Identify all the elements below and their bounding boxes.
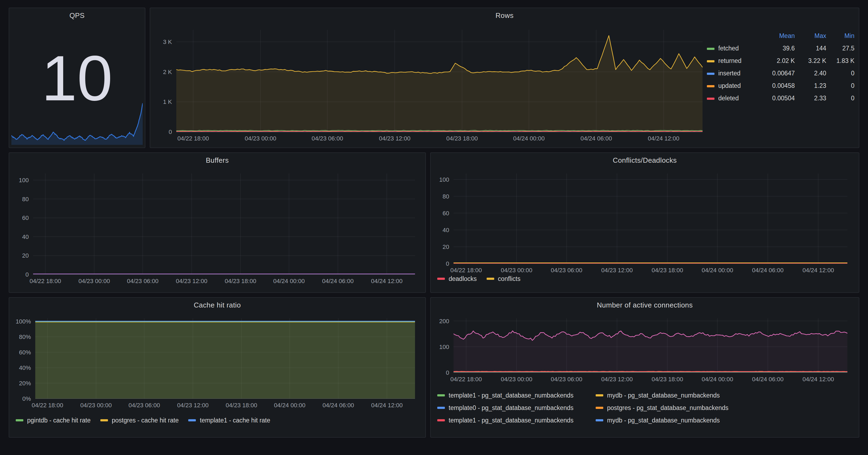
legend-item-mydb-numbackends[interactable]: mydb - pg_stat_database_numbackends xyxy=(596,392,728,398)
panel-cache-hit-ratio: Cache hit ratio 04/22 18:0004/23 00:0004… xyxy=(9,297,426,437)
svg-text:04/23 00:00: 04/23 00:00 xyxy=(79,278,110,285)
series-name: returned xyxy=(718,55,742,67)
legend-item-postgres-cache[interactable]: postgres - cache hit rate xyxy=(100,417,179,424)
svg-text:04/24 12:00: 04/24 12:00 xyxy=(371,278,403,285)
legend-item-postgres-numbackends[interactable]: postgres - pg_stat_database_numbackends xyxy=(596,404,728,411)
updated-min: 0 xyxy=(826,80,855,92)
grafana-dashboard: QPS 10 Rows 04/22 18:0004/23 00:0004/23 … xyxy=(0,0,868,455)
svg-text:20: 20 xyxy=(22,252,29,259)
fetched-max: 144 xyxy=(795,42,826,55)
series-name: mydb - pg_stat_database_numbackends xyxy=(607,417,720,423)
series-name: updated xyxy=(718,80,741,92)
panel-title-buffers[interactable]: Buffers xyxy=(9,156,425,164)
cache-hit-ratio-chart[interactable]: 04/22 18:0004/23 00:0004/23 06:0004/23 1… xyxy=(13,316,421,413)
panel-conflicts-deadlocks: Conflicts/Deadlocks 04/22 18:0004/23 00:… xyxy=(430,152,859,293)
returned-mean: 2.02 K xyxy=(761,55,795,67)
series-name: fetched xyxy=(718,42,739,55)
svg-text:04/22 18:00: 04/22 18:00 xyxy=(32,402,63,409)
svg-text:04/24 06:00: 04/24 06:00 xyxy=(322,278,353,285)
legend-item-pgintdb-cache[interactable]: pgintdb - cache hit rate xyxy=(16,417,91,424)
connections-chart[interactable]: 04/22 18:0004/23 00:0004/23 06:0004/23 1… xyxy=(435,316,854,387)
legend-item-deleted[interactable]: deleted xyxy=(707,92,761,105)
series-name: pgintdb - cache hit rate xyxy=(27,417,91,424)
svg-text:0: 0 xyxy=(169,129,172,135)
legend-header-min[interactable]: Min xyxy=(826,30,855,42)
buffers-chart[interactable]: 04/22 18:0004/23 00:0004/23 06:0004/23 1… xyxy=(13,171,421,290)
qps-sparkline-chart[interactable] xyxy=(11,101,143,145)
svg-text:60: 60 xyxy=(22,215,29,221)
deleted-min: 0 xyxy=(826,92,855,105)
svg-text:3 K: 3 K xyxy=(163,38,172,45)
svg-text:40%: 40% xyxy=(19,364,31,371)
svg-text:04/24 00:00: 04/24 00:00 xyxy=(274,402,305,409)
series-swatch xyxy=(596,419,603,421)
svg-text:04/24 12:00: 04/24 12:00 xyxy=(802,267,834,273)
svg-text:60: 60 xyxy=(443,210,449,217)
panel-title-rows[interactable]: Rows xyxy=(150,11,859,20)
panel-title-cache[interactable]: Cache hit ratio xyxy=(9,301,425,309)
legend-header-mean[interactable]: Mean xyxy=(761,30,795,42)
fetched-mean: 39.6 xyxy=(761,42,795,55)
svg-text:04/24 00:00: 04/24 00:00 xyxy=(273,278,305,285)
conflicts-chart[interactable]: 04/22 18:0004/23 00:0004/23 06:0004/23 1… xyxy=(435,171,854,278)
series-name: template1 - pg_stat_database_numbackends xyxy=(448,392,574,398)
svg-text:04/23 00:00: 04/23 00:00 xyxy=(501,376,532,383)
series-name: inserted xyxy=(718,67,741,80)
legend-item-template1-cache[interactable]: template1 - cache hit rate xyxy=(188,417,271,424)
legend-item-template1-numbackends[interactable]: template1 - pg_stat_database_numbackends xyxy=(437,392,596,398)
deleted-mean: 0.00504 xyxy=(761,92,795,105)
series-swatch-deleted xyxy=(707,97,714,99)
svg-text:04/23 12:00: 04/23 12:00 xyxy=(601,376,632,383)
legend-item-returned[interactable]: returned xyxy=(707,55,761,67)
deleted-max: 2.33 xyxy=(795,92,826,105)
svg-text:04/23 12:00: 04/23 12:00 xyxy=(176,278,207,285)
legend-item-template0-numbackends[interactable]: template0 - pg_stat_database_numbackends xyxy=(437,404,596,411)
svg-text:04/23 00:00: 04/23 00:00 xyxy=(501,267,532,273)
series-name: conflicts xyxy=(498,275,521,282)
series-swatch-pgintdb xyxy=(16,419,23,421)
svg-text:100: 100 xyxy=(19,177,29,184)
inserted-min: 0 xyxy=(826,67,855,80)
svg-text:0: 0 xyxy=(26,271,29,278)
svg-text:04/24 00:00: 04/24 00:00 xyxy=(702,267,733,273)
svg-text:04/22 18:00: 04/22 18:00 xyxy=(450,267,482,273)
svg-text:04/23 06:00: 04/23 06:00 xyxy=(129,402,160,409)
svg-text:0%: 0% xyxy=(22,395,31,402)
series-name: deleted xyxy=(718,92,739,105)
svg-text:04/23 12:00: 04/23 12:00 xyxy=(177,402,209,409)
conflicts-legend: deadlocks conflicts xyxy=(437,275,521,282)
svg-text:04/23 06:00: 04/23 06:00 xyxy=(551,267,582,273)
series-swatch xyxy=(437,394,445,396)
connections-legend: template1 - pg_stat_database_numbackends… xyxy=(437,389,728,426)
legend-header-max[interactable]: Max xyxy=(795,30,826,42)
legend-item-mydb-numbackends-2[interactable]: mydb - pg_stat_database_numbackends xyxy=(596,417,728,423)
updated-max: 1.23 xyxy=(795,80,826,92)
svg-text:04/24 12:00: 04/24 12:00 xyxy=(802,376,834,383)
series-swatch-inserted xyxy=(707,72,714,74)
panel-title-conflicts[interactable]: Conflicts/Deadlocks xyxy=(431,156,859,164)
svg-text:20: 20 xyxy=(443,243,449,250)
panel-title-connections[interactable]: Number of active connections xyxy=(431,301,859,309)
legend-corner xyxy=(707,30,761,42)
series-swatch-postgres xyxy=(100,419,108,421)
svg-text:100: 100 xyxy=(439,176,449,183)
legend-item-conflicts[interactable]: conflicts xyxy=(487,275,521,282)
svg-text:04/23 18:00: 04/23 18:00 xyxy=(446,135,478,142)
rows-chart[interactable]: 04/22 18:0004/23 00:0004/23 06:0004/23 1… xyxy=(155,27,706,147)
legend-item-inserted[interactable]: inserted xyxy=(707,67,761,80)
legend-item-deadlocks[interactable]: deadlocks xyxy=(437,275,477,282)
returned-max: 3.22 K xyxy=(795,55,826,67)
inserted-mean: 0.00647 xyxy=(761,67,795,80)
legend-item-fetched[interactable]: fetched xyxy=(707,42,761,55)
svg-text:40: 40 xyxy=(22,233,29,240)
legend-item-updated[interactable]: updated xyxy=(707,80,761,92)
legend-item-template1-numbackends-2[interactable]: template1 - pg_stat_database_numbackends xyxy=(437,417,596,423)
svg-text:60%: 60% xyxy=(19,349,31,356)
series-swatch-updated xyxy=(707,85,714,87)
series-swatch xyxy=(437,419,445,421)
fetched-min: 27.5 xyxy=(826,42,855,55)
panel-title-qps[interactable]: QPS xyxy=(9,11,145,20)
series-swatch-template1 xyxy=(188,419,196,421)
qps-stat-value: 10 xyxy=(9,46,145,110)
series-name: template1 - cache hit rate xyxy=(200,417,271,424)
